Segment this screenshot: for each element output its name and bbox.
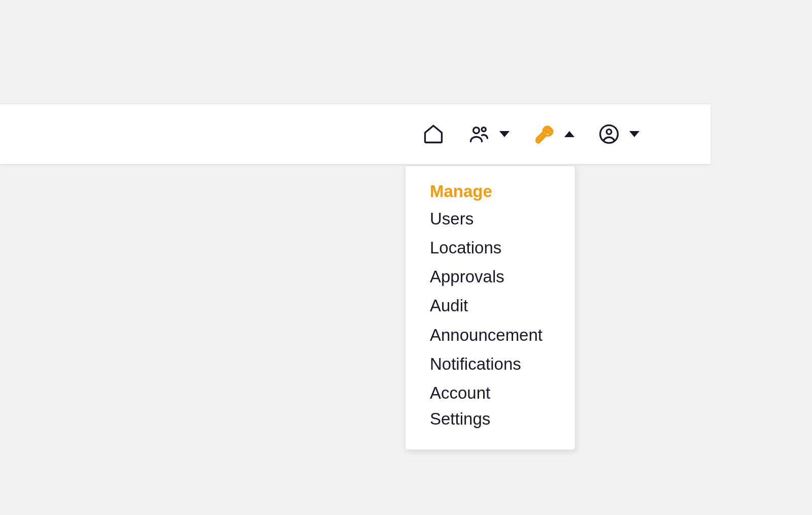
dropdown-item-users[interactable]: Users [405, 204, 575, 233]
dropdown-item-notifications[interactable]: Notifications [405, 349, 575, 378]
caret-up-icon [564, 131, 574, 137]
dropdown-header-manage: Manage [405, 180, 575, 204]
nav-account[interactable] [598, 123, 639, 145]
dropdown-item-locations[interactable]: Locations [405, 233, 575, 262]
manage-dropdown: Manage Users Locations Approvals Audit A… [405, 166, 576, 450]
dropdown-item-audit[interactable]: Audit [405, 291, 575, 320]
dropdown-item-account-settings[interactable]: Account Settings [405, 378, 575, 433]
nav-items [422, 123, 639, 145]
nav-home[interactable] [422, 123, 445, 145]
dropdown-item-approvals[interactable]: Approvals [405, 262, 575, 291]
svg-point-0 [473, 127, 480, 134]
nav-manage[interactable] [533, 123, 574, 145]
wrench-icon [533, 123, 555, 145]
caret-down-icon [499, 131, 510, 137]
svg-point-3 [606, 130, 612, 135]
caret-down-icon [629, 131, 639, 137]
user-circle-icon [598, 123, 620, 145]
home-icon [422, 123, 445, 145]
dropdown-item-announcement[interactable]: Announcement [405, 320, 575, 349]
nav-people[interactable] [468, 123, 510, 145]
svg-point-1 [482, 127, 486, 132]
top-navbar [0, 104, 710, 165]
people-icon [468, 123, 490, 145]
